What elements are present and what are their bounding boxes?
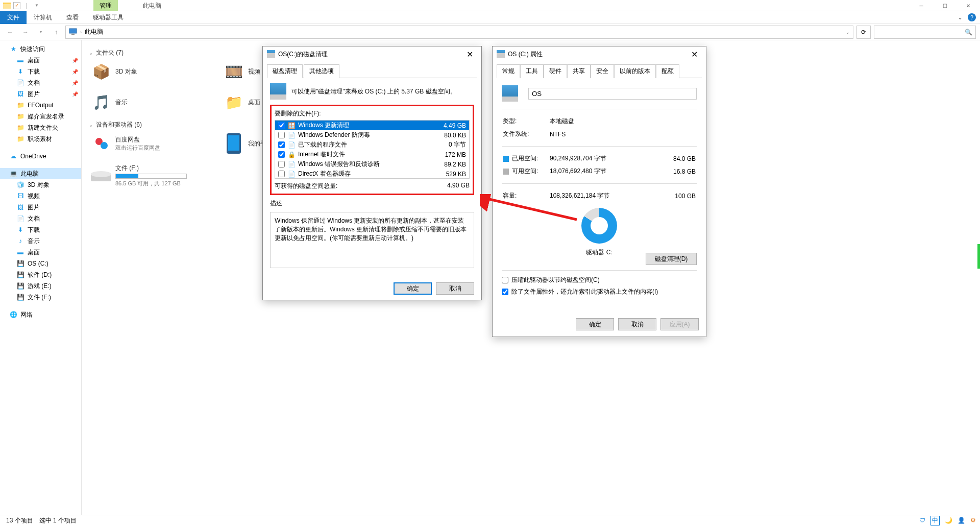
drive-name-input[interactable]: [528, 88, 697, 100]
breadcrumb[interactable]: 此电脑: [85, 28, 103, 36]
recent-dropdown[interactable]: ▾: [35, 26, 47, 38]
ribbon-expand-icon[interactable]: ⌄: [958, 14, 963, 21]
folder-icon: 📁: [16, 135, 24, 143]
tile-music[interactable]: 🎵音乐: [89, 90, 211, 114]
folder-music-icon: 🎵: [91, 92, 111, 112]
sidebar-item-desktop[interactable]: ▬桌面📌: [0, 55, 81, 66]
sidebar-item-downloads[interactable]: ⬇下载📌: [0, 66, 81, 77]
tray-people-icon[interactable]: 👤: [958, 517, 965, 524]
sidebar-item-file-f[interactable]: 💾文件 (F:): [0, 292, 81, 303]
sidebar-item-ffoutput[interactable]: 📁FFOutput: [0, 100, 81, 111]
folder-desktop-icon: 📁: [224, 92, 244, 112]
sidebar-item-workplace[interactable]: 📁职场素材: [0, 133, 81, 145]
sidebar-item-documents[interactable]: 📄文档📌: [0, 77, 81, 88]
index-checkbox[interactable]: [502, 289, 508, 295]
sidebar-item-newfolder[interactable]: 📁新建文件夹: [0, 122, 81, 133]
refresh-button[interactable]: ⟳: [856, 26, 871, 39]
drive-cleanup-icon: [270, 83, 286, 100]
sidebar-item-music[interactable]: ♪音乐: [0, 235, 81, 247]
tab-disk-cleanup[interactable]: 磁盘清理: [267, 64, 303, 78]
qat-divider: |: [22, 2, 31, 10]
close-button[interactable]: ✕: [687, 48, 702, 60]
tile-drive-f[interactable]: 文件 (F:)86.5 GB 可用，共 127 GB: [89, 162, 211, 189]
description-text: Windows 保留通过 Windows 更新安装的所有更新的副本，甚至在安装了…: [270, 212, 474, 268]
prop-tab-4[interactable]: 安全: [591, 64, 614, 78]
file-row[interactable]: 📄Windows 错误报告和反馈诊断89.2 KB: [275, 159, 469, 169]
up-button[interactable]: ↑: [50, 26, 62, 38]
apply-button[interactable]: 应用(A): [660, 318, 699, 330]
file-row[interactable]: 🔒Internet 临时文件172 MB: [275, 150, 469, 159]
breadcrumb-sep[interactable]: ›: [80, 30, 82, 35]
prop-tab-1[interactable]: 工具: [520, 64, 544, 78]
cancel-button[interactable]: 取消: [436, 282, 474, 295]
ok-button[interactable]: 确定: [576, 318, 614, 330]
sidebar-item-os-c[interactable]: 💾OS (C:): [0, 258, 81, 269]
ok-button[interactable]: 确定: [394, 282, 432, 295]
qat-check-icon[interactable]: ✓: [13, 2, 20, 9]
file-checkbox[interactable]: [278, 161, 285, 168]
status-selected: 选中 1 个项目: [39, 516, 77, 525]
tray-moon-icon[interactable]: 🌙: [945, 517, 952, 524]
back-button[interactable]: ←: [4, 26, 16, 38]
file-checkbox[interactable]: [278, 122, 285, 129]
files-list[interactable]: 🪟Windows 更新清理4.49 GB📄Windows Defender 防病…: [275, 120, 470, 179]
video-icon: 🎞: [16, 192, 24, 200]
compress-checkbox[interactable]: [502, 277, 508, 283]
prop-tab-2[interactable]: 硬件: [544, 64, 567, 78]
prop-tab-0[interactable]: 常规: [497, 64, 520, 78]
file-checkbox[interactable]: [278, 141, 285, 148]
prop-tab-3[interactable]: 共享: [567, 64, 591, 78]
help-icon[interactable]: ?: [968, 13, 976, 21]
sidebar-item-onedrive[interactable]: ☁OneDrive: [0, 151, 81, 162]
maximize-button[interactable]: ☐: [933, 0, 957, 11]
close-button[interactable]: ✕: [462, 48, 477, 60]
sidebar-item-quick-access[interactable]: ★快速访问: [0, 43, 81, 55]
sidebar-item-game-e[interactable]: 💾游戏 (E:): [0, 280, 81, 292]
file-checkbox[interactable]: [278, 171, 285, 177]
sidebar-item-network[interactable]: 🌐网络: [0, 309, 81, 320]
sidebar-item-documents2[interactable]: 📄文档: [0, 213, 81, 224]
address-bar[interactable]: › 此电脑 ⌄: [65, 26, 853, 39]
annotation-redbox: 要删除的文件(F): 🪟Windows 更新清理4.49 GB📄Windows …: [270, 105, 474, 195]
file-checkbox[interactable]: [278, 151, 285, 158]
disk-cleanup-button[interactable]: 磁盘清理(D): [646, 253, 697, 265]
sidebar-item-desktop2[interactable]: ▬桌面: [0, 247, 81, 258]
file-row[interactable]: 📄已下载的程序文件0 字节: [275, 140, 469, 150]
tray-ime[interactable]: 中: [930, 516, 940, 525]
file-type-icon: 🔒: [288, 151, 295, 158]
forward-button[interactable]: →: [19, 26, 32, 38]
file-type-icon: 📄: [288, 132, 295, 139]
sidebar-item-soft-d[interactable]: 💾软件 (D:): [0, 269, 81, 280]
file-row[interactable]: 🪟Windows 更新清理4.49 GB: [275, 121, 469, 130]
search-input[interactable]: 🔍: [874, 26, 976, 39]
sidebar-item-media[interactable]: 📁媒介宣发名录: [0, 111, 81, 122]
folder-icon: 📁: [16, 101, 24, 109]
drive-icon: 💾: [16, 259, 24, 268]
tab-view[interactable]: 查看: [59, 11, 86, 24]
sidebar-item-pictures2[interactable]: 🖼图片: [0, 202, 81, 213]
close-button[interactable]: ✕: [957, 0, 980, 11]
cancel-button[interactable]: 取消: [618, 318, 656, 330]
file-type-icon: 🪟: [288, 122, 295, 129]
sidebar-item-this-pc[interactable]: 💻此电脑: [0, 168, 81, 179]
file-row[interactable]: 📄Windows Defender 防病毒80.0 KB: [275, 130, 469, 140]
tab-more-options[interactable]: 其他选项: [304, 64, 339, 78]
qat-dropdown-icon[interactable]: ▼: [33, 2, 41, 10]
sidebar-item-3d[interactable]: 🧊3D 对象: [0, 179, 81, 190]
file-checkbox[interactable]: [278, 132, 285, 138]
tile-3d-objects[interactable]: 📦3D 对象: [89, 59, 211, 84]
tray-shield-icon[interactable]: 🛡: [919, 517, 925, 524]
tile-baidu[interactable]: 百度网盘双击运行百度网盘: [89, 131, 211, 156]
prop-tab-5[interactable]: 以前的版本: [614, 64, 656, 78]
minimize-button[interactable]: ─: [910, 0, 933, 11]
prop-tab-6[interactable]: 配额: [656, 64, 679, 78]
sidebar-item-downloads2[interactable]: ⬇下载: [0, 224, 81, 235]
tab-computer[interactable]: 计算机: [27, 11, 59, 24]
file-row[interactable]: 📄DirectX 着色器缓存529 KB: [275, 169, 469, 179]
sidebar-item-pictures[interactable]: 🖼图片📌: [0, 88, 81, 100]
tab-file[interactable]: 文件: [0, 11, 27, 24]
tab-drive-tools[interactable]: 驱动器工具: [86, 11, 131, 24]
tray-gear-icon[interactable]: ⚙: [970, 517, 976, 524]
sidebar-item-video[interactable]: 🎞视频: [0, 190, 81, 202]
breadcrumb-dropdown[interactable]: ⌄: [846, 30, 850, 35]
